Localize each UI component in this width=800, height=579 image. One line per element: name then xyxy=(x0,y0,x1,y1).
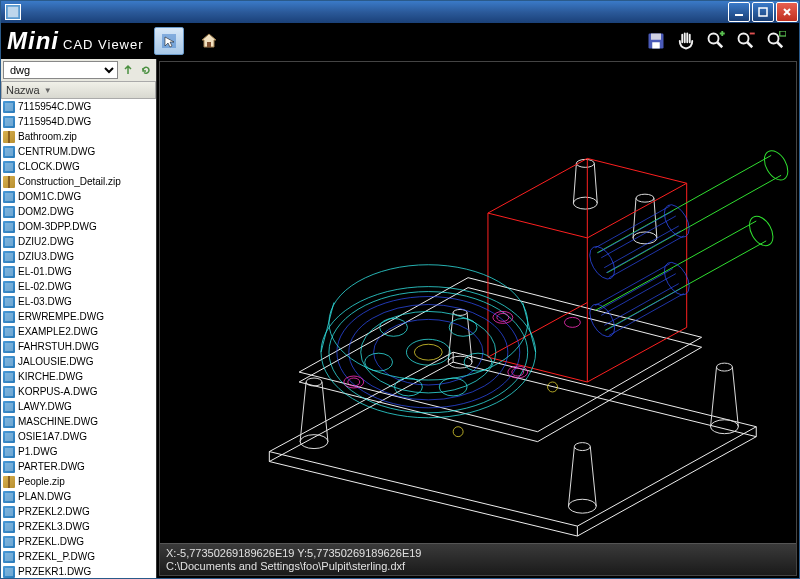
svg-point-17 xyxy=(717,363,733,371)
file-item[interactable]: PLAN.DWG xyxy=(1,489,156,504)
zoom-out-button[interactable] xyxy=(735,30,757,52)
up-button[interactable] xyxy=(120,62,136,78)
file-item[interactable]: DZIU2.DWG xyxy=(1,234,156,249)
file-item[interactable]: EXAMPLE2.DWG xyxy=(1,324,156,339)
svg-point-50 xyxy=(564,317,580,327)
file-item[interactable]: 7115954C.DWG xyxy=(1,99,156,114)
file-item[interactable]: PRZEKL.DWG xyxy=(1,534,156,549)
file-item[interactable]: MASCHINE.DWG xyxy=(1,414,156,429)
brand-main: Mini xyxy=(7,27,59,54)
brand-sub: CAD Viewer xyxy=(63,37,144,52)
file-item[interactable]: DZIU3.DWG xyxy=(1,249,156,264)
svg-point-52 xyxy=(453,427,463,437)
svg-rect-1 xyxy=(735,14,743,16)
zoom-fit-button[interactable] xyxy=(765,30,787,52)
file-item[interactable]: PRZEKL_P.DWG xyxy=(1,549,156,564)
file-item[interactable]: 7115954D.DWG xyxy=(1,114,156,129)
dwg-icon xyxy=(3,236,15,248)
file-item[interactable]: ERWREMPE.DWG xyxy=(1,309,156,324)
dwg-icon xyxy=(3,566,15,578)
filelist-header[interactable]: Nazwa xyxy=(1,81,156,99)
dwg-icon xyxy=(3,326,15,338)
svg-point-28 xyxy=(585,300,620,341)
svg-point-9 xyxy=(739,34,749,44)
dwg-icon xyxy=(3,281,15,293)
file-label: PLAN.DWG xyxy=(18,491,71,502)
minimize-button[interactable] xyxy=(728,2,750,22)
cad-canvas[interactable] xyxy=(160,62,796,543)
file-label: PRZEKL.DWG xyxy=(18,536,84,547)
svg-point-38 xyxy=(449,318,477,336)
file-item[interactable]: EL-02.DWG xyxy=(1,279,156,294)
dwg-icon xyxy=(3,386,15,398)
file-item[interactable]: JALOUSIE.DWG xyxy=(1,354,156,369)
main-area: dwg Nazwa 7115954C.DWG7115954D.DWGBathro… xyxy=(1,59,799,578)
dwg-icon xyxy=(3,461,15,473)
file-item[interactable]: OSIE1A7.DWG xyxy=(1,429,156,444)
file-item[interactable]: DOM-3DPP.DWG xyxy=(1,219,156,234)
svg-point-12 xyxy=(300,435,328,449)
dwg-icon xyxy=(3,356,15,368)
file-label: Bathroom.zip xyxy=(18,131,77,142)
file-item[interactable]: DOM1C.DWG xyxy=(1,189,156,204)
file-label: KORPUS-A.DWG xyxy=(18,386,97,397)
file-label: EL-02.DWG xyxy=(18,281,72,292)
file-label: EL-01.DWG xyxy=(18,266,72,277)
home-button[interactable] xyxy=(194,27,224,55)
file-type-filter[interactable]: dwg xyxy=(3,61,118,79)
svg-rect-11 xyxy=(780,31,786,36)
close-button[interactable] xyxy=(776,2,798,22)
svg-point-10 xyxy=(769,34,779,44)
file-item[interactable]: PRZEKL3.DWG xyxy=(1,519,156,534)
svg-point-24 xyxy=(760,147,793,184)
file-label: DOM1C.DWG xyxy=(18,191,81,202)
file-item[interactable]: EL-03.DWG xyxy=(1,294,156,309)
file-item[interactable]: KIRCHE.DWG xyxy=(1,369,156,384)
titlebar[interactable] xyxy=(1,1,799,23)
file-item[interactable]: CLOCK.DWG xyxy=(1,159,156,174)
file-label: P1.DWG xyxy=(18,446,57,457)
refresh-button[interactable] xyxy=(138,62,154,78)
save-button[interactable] xyxy=(645,30,667,52)
file-label: CLOCK.DWG xyxy=(18,161,80,172)
file-item[interactable]: Construction_Detail.zip xyxy=(1,174,156,189)
dwg-icon xyxy=(3,266,15,278)
file-item[interactable]: EL-01.DWG xyxy=(1,264,156,279)
file-item[interactable]: People.zip xyxy=(1,474,156,489)
file-item[interactable]: KORPUS-A.DWG xyxy=(1,384,156,399)
maximize-button[interactable] xyxy=(752,2,774,22)
file-item[interactable]: PARTER.DWG xyxy=(1,459,156,474)
file-label: PRZEKL2.DWG xyxy=(18,506,90,517)
svg-point-26 xyxy=(585,242,620,283)
filelist[interactable]: 7115954C.DWG7115954D.DWGBathroom.zipCENT… xyxy=(1,99,156,578)
right-tools xyxy=(645,30,793,52)
file-item[interactable]: FAHRSTUH.DWG xyxy=(1,339,156,354)
file-item[interactable]: DOM2.DWG xyxy=(1,204,156,219)
pan-button[interactable] xyxy=(675,30,697,52)
file-label: PRZEKL_P.DWG xyxy=(18,551,95,562)
file-label: OSIE1A7.DWG xyxy=(18,431,87,442)
dwg-icon xyxy=(3,116,15,128)
viewport: X:-5,77350269189626E19 Y:5,7735026918962… xyxy=(159,61,797,576)
sidebar: dwg Nazwa 7115954C.DWG7115954D.DWGBathro… xyxy=(1,59,157,578)
file-item[interactable]: CENTRUM.DWG xyxy=(1,144,156,159)
file-item[interactable]: P1.DWG xyxy=(1,444,156,459)
dwg-icon xyxy=(3,311,15,323)
filter-row: dwg xyxy=(1,59,156,81)
svg-point-41 xyxy=(395,378,423,396)
file-item[interactable]: PRZEKL2.DWG xyxy=(1,504,156,519)
file-label: DOM2.DWG xyxy=(18,206,74,217)
dwg-icon xyxy=(3,491,15,503)
zoom-in-button[interactable] xyxy=(705,30,727,52)
file-item[interactable]: LAWY.DWG xyxy=(1,399,156,414)
file-item[interactable]: PRZEKR1.DWG xyxy=(1,564,156,578)
svg-point-27 xyxy=(659,201,694,242)
dwg-icon xyxy=(3,251,15,263)
file-item[interactable]: Bathroom.zip xyxy=(1,129,156,144)
dwg-icon xyxy=(3,341,15,353)
file-label: 7115954D.DWG xyxy=(18,116,91,127)
svg-rect-6 xyxy=(651,34,661,40)
cursor-tool-button[interactable] xyxy=(154,27,184,55)
svg-point-8 xyxy=(709,34,719,44)
file-label: CENTRUM.DWG xyxy=(18,146,95,157)
